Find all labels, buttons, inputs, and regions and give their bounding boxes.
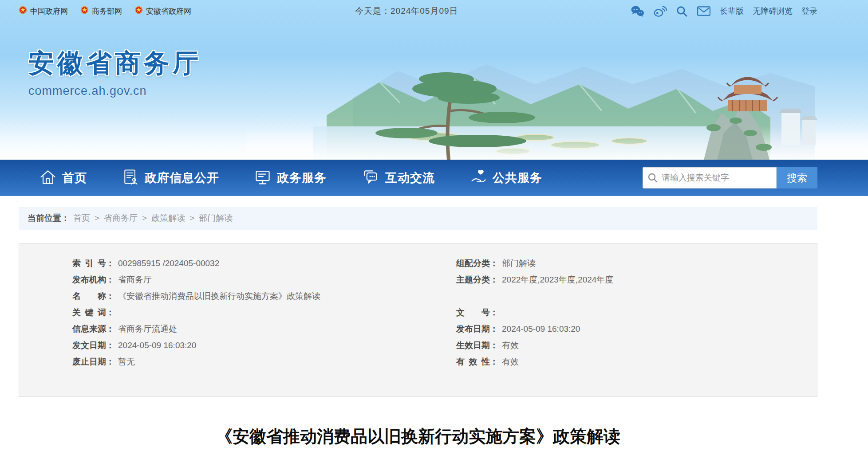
topbar-right-tools: 长辈版 无障碍浏览 登录: [631, 0, 817, 22]
meta-row-issue-date: 发文日期：2024-05-09 16:03:20: [72, 337, 418, 353]
meta-row-repeal-date: 废止日期：暂无: [72, 353, 418, 370]
national-emblem-icon: [134, 6, 143, 16]
article-title: 《安徽省推动消费品以旧换新行动实施方案》政策解读: [19, 425, 817, 448]
meta-row-publish-date: 发布日期：2024-05-09 16:03:20: [456, 321, 817, 337]
meta-row-keywords: 关 键 词：: [72, 304, 418, 321]
meta-row-doc-number: 文 号：: [456, 304, 817, 321]
nav-label: 政府信息公开: [145, 170, 219, 186]
meta-row-index-number: 索 引 号：002985915 /202405-00032: [72, 255, 418, 271]
site-domain: commerce.ah.gov.cn: [28, 84, 201, 98]
nav-item-interaction[interactable]: 互动交流: [361, 168, 435, 188]
national-emblem-icon: [19, 6, 27, 16]
meta-row-title: 名 称：《安徽省推动消费品以旧换新行动实施方案》政策解读: [72, 288, 418, 304]
meta-row-spacer: [456, 288, 817, 304]
weibo-icon[interactable]: [653, 5, 667, 17]
breadcrumb-policy[interactable]: 政策解读: [151, 212, 185, 224]
breadcrumb: 当前位置： 首页 > 省商务厅 > 政策解读 > 部门解读: [19, 207, 817, 230]
meta-row-topic-category: 主题分类：2022年度,2023年度,2024年度: [456, 271, 817, 288]
search-input-icon: [647, 173, 658, 183]
site-search: 搜索: [643, 167, 817, 188]
date-value: 2024年05月09日: [391, 5, 458, 17]
meta-row-publisher: 发布机构：省商务厅: [72, 271, 418, 288]
breadcrumb-separator: >: [95, 213, 99, 223]
banner-scenery-illustration: [247, 22, 868, 160]
document-meta-panel: 索 引 号：002985915 /202405-00032 发布机构：省商务厅 …: [19, 243, 817, 397]
search-input[interactable]: [643, 167, 777, 188]
meta-column-left: 索 引 号：002985915 /202405-00032 发布机构：省商务厅 …: [19, 255, 418, 370]
monitor-icon: [254, 168, 272, 188]
nav-label: 公共服务: [493, 170, 542, 186]
search-button[interactable]: 搜索: [777, 167, 817, 188]
link-china-gov[interactable]: 中国政府网: [19, 6, 68, 16]
nav-label: 首页: [62, 170, 87, 186]
breadcrumb-label: 当前位置：: [28, 212, 70, 224]
nav-item-gov-services[interactable]: 政务服务: [254, 168, 327, 188]
link-mofcom[interactable]: 商务部网: [80, 6, 122, 16]
breadcrumb-dept[interactable]: 省商务厅: [104, 212, 138, 224]
national-emblem-icon: [80, 6, 89, 16]
current-date: 今天是： 2024年05月09日: [355, 0, 458, 22]
gov-links: 中国政府网 商务部网 安徽省政府网: [19, 6, 191, 16]
gov-link-label: 商务部网: [92, 6, 122, 16]
top-utility-bar: 中国政府网 商务部网 安徽省政府网 今天是： 2024年05月09日: [19, 0, 817, 22]
main-navigation: 首页 政府信息公开 政务服务 互动交流 公共服务: [0, 160, 868, 196]
breadcrumb-home[interactable]: 首页: [73, 212, 90, 224]
breadcrumb-category[interactable]: 部门解读: [199, 212, 233, 224]
elder-version-link[interactable]: 长辈版: [720, 6, 744, 16]
meta-row-group-category: 组配分类：部门解读: [456, 255, 817, 271]
nav-item-public-services[interactable]: 公共服务: [470, 168, 542, 188]
link-anhui-gov[interactable]: 安徽省政府网: [134, 6, 191, 16]
accessibility-link[interactable]: 无障碍浏览: [753, 6, 793, 16]
nav-label: 政务服务: [277, 170, 327, 186]
meta-column-right: 组配分类：部门解读 主题分类：2022年度,2023年度,2024年度 文 号：…: [418, 255, 817, 370]
gov-link-label: 安徽省政府网: [146, 6, 191, 16]
page-header: 中国政府网 商务部网 安徽省政府网 今天是： 2024年05月09日: [0, 0, 868, 160]
nav-item-home[interactable]: 首页: [39, 168, 87, 188]
home-icon: [39, 168, 57, 188]
meta-row-source: 信息来源：省商务厅流通处: [72, 321, 418, 337]
breadcrumb-separator: >: [142, 213, 147, 223]
site-logo[interactable]: 安徽省商务厅 commerce.ah.gov.cn: [28, 46, 201, 98]
nav-label: 互动交流: [385, 170, 435, 186]
nav-item-info-disclosure[interactable]: 政府信息公开: [122, 168, 219, 188]
meta-row-validity: 有 效 性：有效: [456, 353, 817, 370]
site-name: 安徽省商务厅: [28, 46, 201, 81]
date-label: 今天是：: [355, 5, 391, 17]
wechat-icon[interactable]: [631, 5, 644, 17]
mail-icon[interactable]: [697, 5, 711, 17]
hand-heart-icon: [470, 168, 487, 188]
chat-bubbles-icon: [361, 168, 380, 188]
meta-row-effective-date: 生效日期：有效: [456, 337, 817, 353]
document-user-icon: [122, 168, 139, 188]
breadcrumb-separator: >: [189, 213, 194, 223]
login-link[interactable]: 登录: [801, 6, 817, 16]
gov-link-label: 中国政府网: [30, 6, 68, 16]
search-icon[interactable]: [676, 5, 688, 17]
